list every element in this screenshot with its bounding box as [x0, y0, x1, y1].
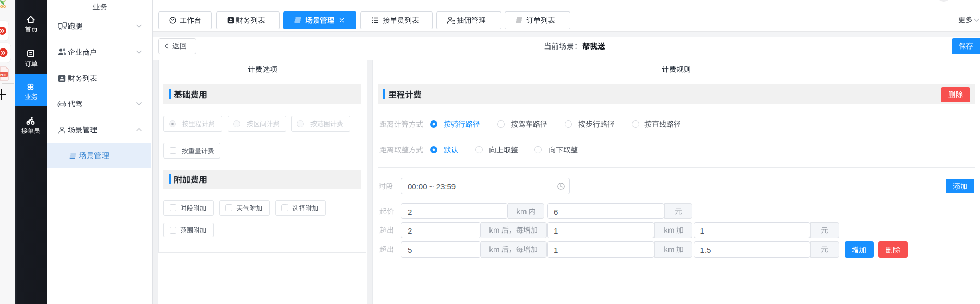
svg-text:PDF: PDF [0, 73, 7, 77]
svg-text:GO: GO [0, 4, 6, 9]
